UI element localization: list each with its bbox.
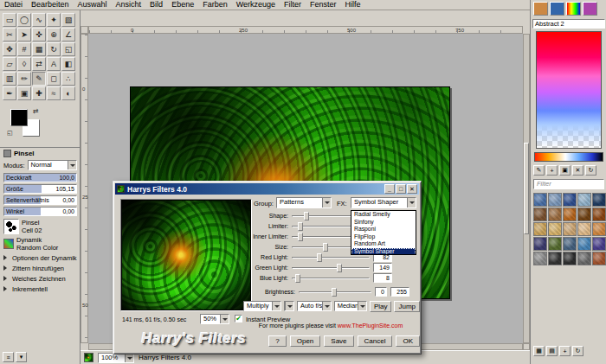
menu-werkzeuge[interactable]: Werkzeuge [232, 0, 280, 10]
menu-fenster[interactable]: Fenster [306, 0, 341, 10]
tool-shear[interactable]: ▱ [3, 57, 16, 71]
menu-bild[interactable]: Bild [145, 0, 167, 10]
tool-crop[interactable]: ▦ [32, 42, 46, 56]
dynamics-row[interactable]: Dynamik Random Color [0, 235, 81, 252]
expander-row[interactable]: Weiches Zeichnen [0, 273, 81, 284]
tool-text[interactable]: A [47, 57, 61, 71]
patterns-dialog-icon[interactable] [550, 2, 564, 16]
tool-measure[interactable]: ∠ [61, 28, 75, 42]
tool-paths[interactable]: ➤ [17, 28, 31, 42]
vertical-scrollbar-thumb[interactable] [524, 143, 529, 235]
pattern-swatch[interactable] [563, 193, 577, 207]
maximize-button[interactable]: □ [396, 184, 406, 194]
slider-thumb[interactable] [337, 264, 342, 272]
fx-slider[interactable] [292, 264, 370, 272]
minimize-button[interactable]: _ [384, 184, 395, 194]
palettes-dialog-icon[interactable] [583, 2, 597, 16]
option-slider-seitenverhältnis[interactable]: Seitenverhältnis0,00 [3, 195, 77, 205]
configure-tab-icon[interactable]: ≡ [3, 352, 14, 362]
option-slider-winkel[interactable]: Winkel0,00 [3, 207, 77, 216]
median-combo[interactable]: Median [334, 301, 367, 311]
pattern-swatch[interactable] [533, 193, 547, 207]
blend-mode-combo[interactable]: Multiply [243, 301, 281, 311]
fx-option[interactable]: Sinfony [351, 219, 416, 227]
pattern-swatch[interactable] [548, 208, 562, 221]
tool-ink[interactable]: ✒ [3, 86, 16, 100]
menu-farben[interactable]: Farben [198, 0, 232, 10]
instant-preview-checkbox[interactable]: ✔ [235, 315, 242, 322]
cancel-button[interactable]: Cancel [358, 335, 393, 347]
menu-auswahl[interactable]: Auswahl [74, 0, 112, 10]
tool-scissors-select[interactable]: ✂ [3, 28, 16, 42]
tool-bucket-fill[interactable]: ◧ [61, 57, 75, 71]
edit-gradient-icon[interactable]: ✎ [533, 165, 545, 176]
option-slider-größe[interactable]: Größe105,15 [3, 184, 77, 194]
pattern-swatch[interactable] [533, 208, 547, 221]
expander-row[interactable]: Optionen der Dynamik [0, 252, 81, 263]
tool-paintbrush[interactable]: ✎ [32, 72, 46, 86]
option-slider-deckkraft[interactable]: Deckkraft100,0 [3, 173, 77, 182]
tool-ellipse-select[interactable]: ◯ [17, 13, 31, 27]
fx-slider[interactable] [292, 274, 370, 283]
pattern-swatch[interactable] [548, 237, 562, 251]
menu-ansicht[interactable]: Ansicht [112, 0, 146, 10]
grid-view-icon[interactable]: ▦ [533, 346, 545, 356]
expander-row[interactable]: Zittern hinzufügen [0, 263, 81, 273]
navigation-thumbnail[interactable] [84, 353, 93, 362]
fx-option[interactable]: Radial Smelly [351, 211, 416, 219]
gradient-list-item[interactable] [534, 152, 603, 162]
filter-input[interactable]: Filter [533, 179, 604, 189]
refresh-gradients-icon[interactable]: ↻ [585, 165, 596, 176]
jump-button[interactable]: Jump [394, 301, 420, 312]
new-gradient-icon[interactable]: + [546, 165, 558, 176]
step-combo[interactable] [284, 301, 293, 311]
tool-eraser[interactable]: ◻ [47, 72, 61, 86]
brushes-dialog-icon[interactable] [533, 2, 548, 16]
play-button[interactable]: Play [370, 301, 392, 312]
fx-option[interactable]: FlipFlop [351, 233, 416, 241]
dialog-titlebar[interactable]: Harrys Filters 4.0 _□✕ [115, 183, 419, 195]
reset-colors-icon[interactable]: ◱ [7, 130, 13, 137]
fx-option[interactable]: Rasponi [351, 226, 416, 233]
menu-datei[interactable]: Datei [0, 0, 27, 10]
pattern-swatch[interactable] [533, 237, 547, 251]
tab-menu-icon[interactable]: ▾ [16, 352, 27, 362]
fx-option[interactable]: Symbol Shaper [351, 248, 416, 256]
pattern-swatch[interactable] [563, 252, 577, 265]
gradient-preview[interactable] [536, 31, 602, 149]
menu-filter[interactable]: Filter [280, 0, 306, 10]
tool-clone[interactable]: ▣ [17, 86, 31, 100]
close-button[interactable]: ✕ [407, 184, 417, 194]
expander-row[interactable]: Inkrementell [0, 284, 81, 294]
slider-thumb[interactable] [323, 243, 328, 252]
tool-rectangle-select[interactable]: ▭ [3, 13, 16, 27]
tool-color-picker[interactable]: ✜ [32, 28, 46, 42]
promo-link[interactable]: www.ThePluginSite.com [338, 322, 403, 329]
tool-dodge-burn[interactable]: ◐ [61, 86, 75, 100]
tool-move[interactable]: ✥ [3, 42, 16, 56]
filter-preview[interactable] [122, 201, 250, 310]
menu-bearbeiten[interactable]: Bearbeiten [27, 0, 74, 10]
open-button[interactable]: Open [290, 335, 321, 347]
tool-align[interactable]: # [17, 42, 31, 56]
tool-free-select[interactable]: ∿ [32, 13, 46, 27]
save-button[interactable]: Save [324, 335, 353, 347]
help-button[interactable]: ? [268, 335, 286, 347]
pattern-swatch[interactable] [592, 208, 606, 221]
fx-option[interactable]: Random Art [351, 240, 416, 248]
fx-combo[interactable]: Symbol Shaper [351, 197, 416, 208]
pattern-swatch[interactable] [548, 252, 562, 265]
pattern-swatch[interactable] [577, 193, 591, 207]
menu-hilfe[interactable]: Hilfe [341, 0, 365, 10]
tool-select-by-color[interactable]: ▧ [61, 13, 75, 27]
tool-airbrush[interactable]: ∴ [61, 72, 75, 86]
pattern-swatch[interactable] [592, 222, 606, 236]
tool-smudge[interactable]: ≈ [47, 86, 61, 100]
pattern-swatch[interactable] [533, 222, 547, 236]
brush-row[interactable]: Pinsel Cell 02 [0, 218, 81, 235]
mode-combo[interactable]: Normal [28, 160, 77, 170]
ok-button[interactable]: OK [396, 335, 420, 347]
auto-mode-combo[interactable]: Auto f/s [297, 301, 332, 311]
tool-gradient[interactable]: ▥ [3, 72, 16, 86]
delete-gradient-icon[interactable]: ✕ [572, 165, 583, 176]
